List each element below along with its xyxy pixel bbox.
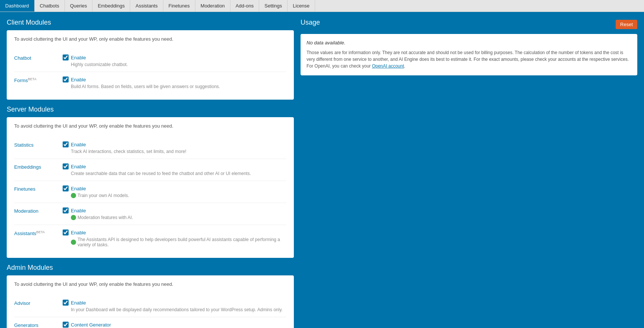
module-desc: Highly customizable chatbot. [63,62,128,67]
checkbox-label: Enable [71,55,86,60]
module-desc: Moderation features with AI. [63,215,133,220]
admin-modules-section: Admin Modules To avoid cluttering the UI… [7,264,294,328]
server-modules-section: Server Modules To avoid cluttering the U… [7,106,294,258]
checkbox-label: Enable [71,300,86,306]
module-controls: EnableCreate searchable data that can be… [63,163,251,176]
module-checkbox[interactable] [63,163,69,169]
nav-tab-finetunes[interactable]: Finetunes [163,0,195,12]
module-label: Moderation [14,207,63,214]
usage-note-end: . [404,63,405,69]
right-column: Usage Reset No data available. Those val… [301,19,637,328]
module-controls: EnableThe Assistants API is designed to … [63,229,286,247]
module-desc: Train your own AI models. [63,193,129,198]
module-checkbox[interactable] [63,76,69,82]
module-controls: EnableBuild AI forms. Based on fields, u… [63,76,220,89]
checkbox-label: Enable [71,186,86,191]
nav-tab-assistants[interactable]: Assistants [130,0,163,12]
nav-tab-embeddings[interactable]: Embeddings [92,0,130,12]
reset-button[interactable]: Reset [616,20,637,29]
usage-note: Those values are for information only. T… [307,49,631,69]
module-desc-text: The Assistants API is designed to help d… [78,237,286,247]
module-checkbox[interactable] [63,141,69,147]
checkbox-row: Enable [63,207,133,213]
usage-header: Usage Reset [301,19,637,30]
module-row: ModerationEnableModeration features with… [14,204,286,223]
module-checkbox[interactable] [63,54,69,60]
server-module-rows: StatisticsEnableTrack AI interactions, c… [14,138,286,250]
top-nav: DashboardChatbotsQueriesEmbeddingsAssist… [0,0,644,12]
module-row: GeneratorsContent GeneratorGenerate arti… [14,319,286,328]
module-desc: Create searchable data that can be reuse… [63,171,251,176]
module-desc-text: Train your own AI models. [78,193,129,198]
module-row: FinetunesEnableTrain your own AI models. [14,182,286,201]
module-row: EmbeddingsEnableCreate searchable data t… [14,160,286,179]
module-checkbox[interactable] [63,322,69,328]
usage-note-text: Those values are for information only. T… [307,50,629,69]
checkbox-label: Enable [71,230,86,235]
module-desc: Build AI forms. Based on fields, users w… [63,84,220,89]
module-label: Advisor [14,300,63,306]
module-label: Statistics [14,141,63,148]
client-module-rows: ChatbotEnableHighly customizable chatbot… [14,51,286,92]
no-data-text: No data available. [307,40,631,46]
checkbox-label: Enable [71,164,86,169]
checkbox-label: Enable [71,77,86,82]
client-modules-title: Client Modules [7,19,294,26]
module-label: Finetunes [14,185,63,192]
module-desc-text: Create searchable data that can be reuse… [71,171,251,176]
module-row: ChatbotEnableHighly customizable chatbot… [14,51,286,70]
module-desc: Track AI interactions, check statistics,… [63,149,186,154]
module-controls: Content GeneratorGenerate articles. Supp… [63,322,145,328]
module-desc: In your Dashboard will be displayed dail… [63,307,283,312]
module-checkbox[interactable] [63,185,69,191]
module-checkbox[interactable] [63,300,69,306]
module-label: AssistantsBETA [14,229,63,236]
checkbox-row: Enable [63,76,220,82]
module-row: FormsBETAEnableBuild AI forms. Based on … [14,74,286,92]
nav-tab-queries[interactable]: Queries [65,0,93,12]
badge-green-icon [71,215,76,220]
checkbox-label: Enable [71,142,86,147]
module-row: AdvisorEnableIn your Dashboard will be d… [14,297,286,315]
module-row: StatisticsEnableTrack AI interactions, c… [14,138,286,157]
checkbox-label: Enable [71,208,86,213]
module-desc-text: Track AI interactions, check statistics,… [71,149,186,154]
module-label: Chatbot [14,54,63,61]
client-modules-desc: To avoid cluttering the UI and your WP, … [14,36,286,46]
nav-tab-add-ons[interactable]: Add-ons [230,0,259,12]
module-controls: EnableHighly customizable chatbot. [63,54,128,67]
module-controls: EnableTrack AI interactions, check stati… [63,141,186,154]
nav-tab-chatbots[interactable]: Chatbots [35,0,65,12]
client-modules-section: Client Modules To avoid cluttering the U… [7,19,294,100]
module-desc-text: Highly customizable chatbot. [71,62,128,67]
admin-modules-desc: To avoid cluttering the UI and your WP, … [14,281,286,291]
checkbox-row: Enable [63,54,128,60]
client-modules-card: To avoid cluttering the UI and your WP, … [7,30,294,100]
module-controls: EnableIn your Dashboard will be displaye… [63,300,283,312]
checkbox-row: Enable [63,141,186,147]
module-desc: The Assistants API is designed to help d… [63,237,286,247]
checkbox-row: Enable [63,300,283,306]
left-column: Client Modules To avoid cluttering the U… [7,19,294,328]
checkbox-label: Content Generator [71,322,111,328]
main-layout: Client Modules To avoid cluttering the U… [0,12,644,328]
openai-account-link[interactable]: OpenAI account [372,63,404,69]
usage-title: Usage [301,19,320,26]
nav-tab-settings[interactable]: Settings [259,0,288,12]
module-controls: EnableModeration features with AI. [63,207,133,220]
admin-modules-card: To avoid cluttering the UI and your WP, … [7,275,294,328]
module-desc-text: In your Dashboard will be displayed dail… [71,307,283,312]
badge-green-icon [71,193,76,198]
nav-tab-license[interactable]: License [288,0,315,12]
nav-tab-dashboard[interactable]: Dashboard [0,0,35,12]
checkbox-row: Enable [63,185,129,191]
admin-modules-title: Admin Modules [7,264,294,272]
server-modules-desc: To avoid cluttering the UI and your WP, … [14,123,286,132]
module-desc-text: Moderation features with AI. [78,215,133,220]
module-desc-text: Build AI forms. Based on fields, users w… [71,84,220,89]
admin-module-rows: AdvisorEnableIn your Dashboard will be d… [14,297,286,328]
module-checkbox[interactable] [63,207,69,213]
module-checkbox[interactable] [63,229,69,235]
nav-tab-moderation[interactable]: Moderation [195,0,230,12]
checkbox-row: Content Generator [63,322,145,328]
